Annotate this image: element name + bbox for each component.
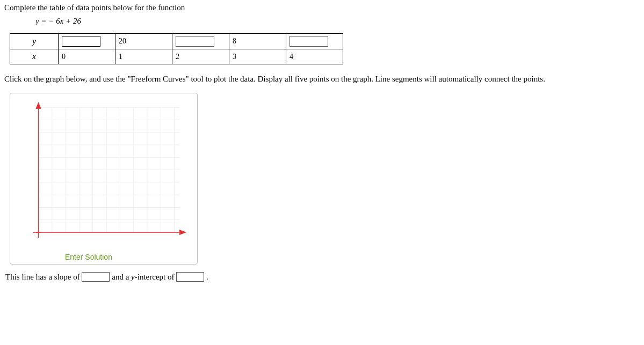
final-var: y (131, 272, 135, 281)
final-period: . (206, 272, 208, 281)
graph-plot-area[interactable] (17, 101, 191, 249)
graph-svg (17, 101, 191, 249)
row-y-label: y (10, 34, 59, 49)
y-cell-4 (286, 34, 343, 49)
row-x: x 0 1 2 3 4 (10, 49, 343, 64)
row-y: y 20 8 (10, 34, 343, 49)
intercept-input[interactable] (176, 272, 204, 282)
graph-container[interactable]: Enter Solution (10, 93, 198, 265)
row-x-label: x (10, 49, 59, 64)
final-answer-line: This line has a slope of and a y-interce… (5, 272, 640, 282)
y-input-0[interactable] (62, 36, 100, 47)
x-cell-0: 0 (59, 49, 115, 64)
final-post: -intercept of (135, 272, 175, 281)
y-cell-3: 8 (229, 34, 286, 49)
svg-marker-25 (180, 230, 185, 234)
final-pre: This line has a slope of (5, 272, 80, 281)
axes (33, 103, 185, 238)
enter-solution-link[interactable]: Enter Solution (17, 249, 191, 261)
question-prompt: Complete the table of data points below … (4, 3, 640, 12)
svg-marker-23 (36, 103, 40, 108)
y-input-2[interactable] (176, 36, 214, 47)
final-mid: and a (112, 272, 131, 281)
data-table: y 20 8 x 0 1 2 3 4 (10, 33, 343, 64)
x-cell-2: 2 (172, 49, 229, 64)
x-cell-3: 3 (229, 49, 286, 64)
graph-instruction: Click on the graph below, and use the "F… (4, 74, 640, 84)
y-cell-0 (59, 34, 115, 49)
equation: y = − 6x + 26 (35, 17, 640, 26)
y-cell-1: 20 (115, 34, 172, 49)
x-cell-4: 4 (286, 49, 343, 64)
slope-input[interactable] (82, 272, 110, 282)
y-cell-2 (172, 34, 229, 49)
y-input-4[interactable] (290, 36, 328, 47)
grid-lines (39, 107, 180, 232)
x-cell-1: 1 (115, 49, 172, 64)
